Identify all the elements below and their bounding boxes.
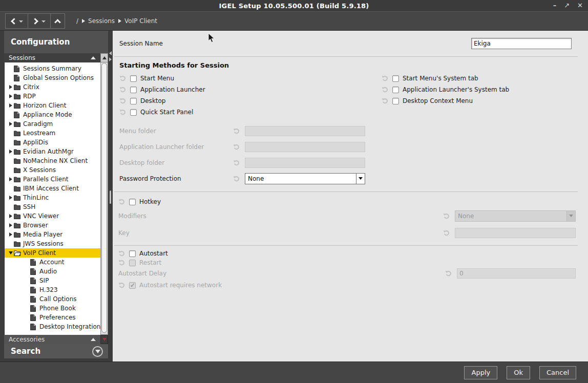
tree-item-parallels-client[interactable]: Parallels Client <box>5 175 100 184</box>
autostart-checkbox[interactable] <box>129 250 136 257</box>
restart-checkbox[interactable] <box>129 260 136 266</box>
tree-item-citrix[interactable]: Citrix <box>5 82 100 92</box>
reset-icon[interactable] <box>382 98 389 104</box>
splitter-collapse-right-icon[interactable] <box>109 57 112 61</box>
expand-arrow-icon[interactable] <box>8 94 14 98</box>
reset-icon[interactable] <box>233 159 240 166</box>
cancel-button[interactable]: Cancel <box>539 366 576 379</box>
tree-item-evidian-authmgr[interactable]: Evidian AuthMgr <box>5 147 100 156</box>
reset-icon[interactable] <box>445 270 452 277</box>
session-name-input[interactable] <box>471 38 572 49</box>
minimize-icon[interactable]: – <box>553 0 557 11</box>
scrollbar-track[interactable] <box>100 62 108 335</box>
tree-item-appliance-mode[interactable]: Appliance Mode <box>5 110 100 119</box>
splitter-handle[interactable] <box>110 190 111 204</box>
forward-history-caret-icon[interactable] <box>41 20 46 23</box>
forward-button[interactable] <box>28 14 50 28</box>
reset-icon[interactable] <box>443 212 450 219</box>
tree-item-vnc-viewer[interactable]: VNC Viewer <box>5 211 100 221</box>
start-menu-checkbox[interactable] <box>130 75 137 82</box>
restore-icon[interactable]: ↗ <box>564 0 570 11</box>
autostart-delay-input[interactable] <box>457 268 576 279</box>
tree-item-horizon-client[interactable]: Horizon Client <box>5 101 100 110</box>
search-bar[interactable]: Search <box>4 344 108 358</box>
tree-item-voip-client[interactable]: VoIP Client <box>5 248 100 258</box>
reset-icon[interactable] <box>118 260 125 266</box>
expand-arrow-icon[interactable] <box>8 150 14 154</box>
scrollbar-down-button[interactable] <box>100 335 108 344</box>
expand-arrow-icon[interactable] <box>8 214 14 218</box>
scrollbar-up-button[interactable] <box>100 53 108 62</box>
tree-item-account[interactable]: Account <box>5 258 100 267</box>
tree-item-sessions-summary[interactable]: Sessions Summary <box>5 64 100 73</box>
expand-arrow-icon[interactable] <box>8 196 14 200</box>
start-menu-system-tab-checkbox[interactable] <box>392 75 399 82</box>
breadcrumb-sessions[interactable]: Sessions <box>82 17 115 25</box>
modifiers-select[interactable]: None <box>455 210 576 222</box>
expand-arrow-icon[interactable] <box>8 177 14 181</box>
expand-arrow-icon[interactable] <box>8 122 14 126</box>
password-protection-select[interactable]: None <box>245 173 365 184</box>
reset-icon[interactable] <box>119 75 127 82</box>
application-launcher-folder-input[interactable] <box>245 142 365 152</box>
breadcrumb-voip-client[interactable]: VoIP Client <box>118 17 157 25</box>
tree-item-global-session-options[interactable]: Global Session Options <box>5 73 100 82</box>
desktop-folder-input[interactable] <box>245 158 365 168</box>
reset-icon[interactable] <box>118 250 125 257</box>
tree-item-leostream[interactable]: Leostream <box>5 129 100 138</box>
tree-item-ibm-iaccess-client[interactable]: IBM iAccess Client <box>5 184 100 193</box>
tree-item-h-323[interactable]: H.323 <box>5 285 100 294</box>
apply-button[interactable]: Apply <box>464 366 497 379</box>
dropdown-button[interactable] <box>356 174 365 184</box>
tree-item-call-options[interactable]: Call Options <box>5 294 100 304</box>
desktop-context-menu-checkbox[interactable] <box>392 98 399 104</box>
reset-icon[interactable] <box>233 127 240 134</box>
reset-icon[interactable] <box>119 98 127 104</box>
menu-folder-input[interactable] <box>245 126 365 136</box>
scrollbar-thumb[interactable] <box>101 63 107 333</box>
application-launcher-checkbox[interactable] <box>130 87 137 93</box>
reset-icon[interactable] <box>382 75 389 82</box>
accessories-section-header[interactable]: Accessories <box>4 335 100 344</box>
application-launcher-system-tab-checkbox[interactable] <box>392 87 399 93</box>
tree-item-audio[interactable]: Audio <box>5 267 100 276</box>
reset-icon[interactable] <box>233 143 240 150</box>
ok-button[interactable]: Ok <box>507 366 530 379</box>
back-button[interactable] <box>6 14 28 28</box>
tree-item-nomachine-nx-client[interactable]: NoMachine NX Client <box>5 156 100 165</box>
key-input[interactable] <box>455 228 576 238</box>
tree-item-caradigm[interactable]: Caradigm <box>5 119 100 129</box>
reset-icon[interactable] <box>118 199 125 205</box>
close-icon[interactable]: ✕ <box>577 0 583 11</box>
expand-arrow-icon[interactable] <box>8 103 14 108</box>
tree-item-ssh[interactable]: SSH <box>5 202 100 211</box>
tree-item-rdp[interactable]: RDP <box>5 92 100 101</box>
desktop-checkbox[interactable] <box>130 98 137 104</box>
autostart-requires-network-checkbox[interactable] <box>129 282 136 289</box>
tree-item-sip[interactable]: SIP <box>5 276 100 285</box>
tree-item-thinlinc[interactable]: ThinLinc <box>5 193 100 202</box>
tree-item-applidis[interactable]: AppliDis <box>5 138 100 147</box>
sessions-section-header[interactable]: Sessions <box>4 53 100 62</box>
reset-icon[interactable] <box>119 87 127 93</box>
reset-icon[interactable] <box>443 229 450 236</box>
expand-arrow-icon[interactable] <box>8 232 14 237</box>
up-button[interactable] <box>50 14 65 28</box>
hotkey-checkbox[interactable] <box>129 199 136 205</box>
tree-item-media-player[interactable]: Media Player <box>5 230 100 239</box>
reset-icon[interactable] <box>233 175 240 182</box>
sidebar-splitter[interactable] <box>108 31 113 361</box>
quick-start-panel-checkbox[interactable] <box>130 109 137 116</box>
tree-item-browser[interactable]: Browser <box>5 221 100 230</box>
tree-item-x-sessions[interactable]: X Sessions <box>5 165 100 175</box>
tree-item-jws-sessions[interactable]: JWS Sessions <box>5 239 100 248</box>
expand-arrow-icon[interactable] <box>8 85 14 89</box>
splitter-collapse-left-icon[interactable] <box>109 51 112 55</box>
tree-item-preferences[interactable]: Preferences <box>5 313 100 322</box>
expand-arrow-icon[interactable] <box>8 223 14 227</box>
tree-item-desktop-integration[interactable]: Desktop Integration <box>5 322 100 331</box>
tree-item-phone-book[interactable]: Phone Book <box>5 304 100 313</box>
reset-icon[interactable] <box>119 109 127 116</box>
search-expand-icon[interactable] <box>92 346 103 357</box>
reset-icon[interactable] <box>118 282 125 289</box>
